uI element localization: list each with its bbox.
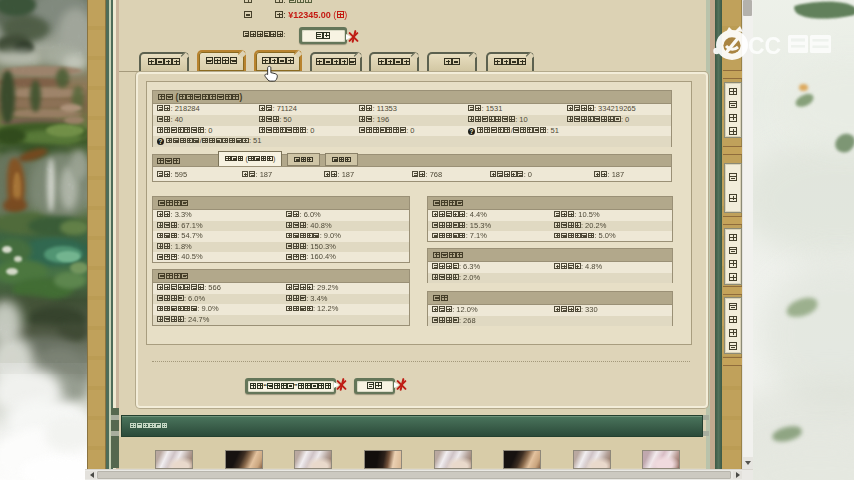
svg-text:CC: CC (748, 33, 781, 59)
